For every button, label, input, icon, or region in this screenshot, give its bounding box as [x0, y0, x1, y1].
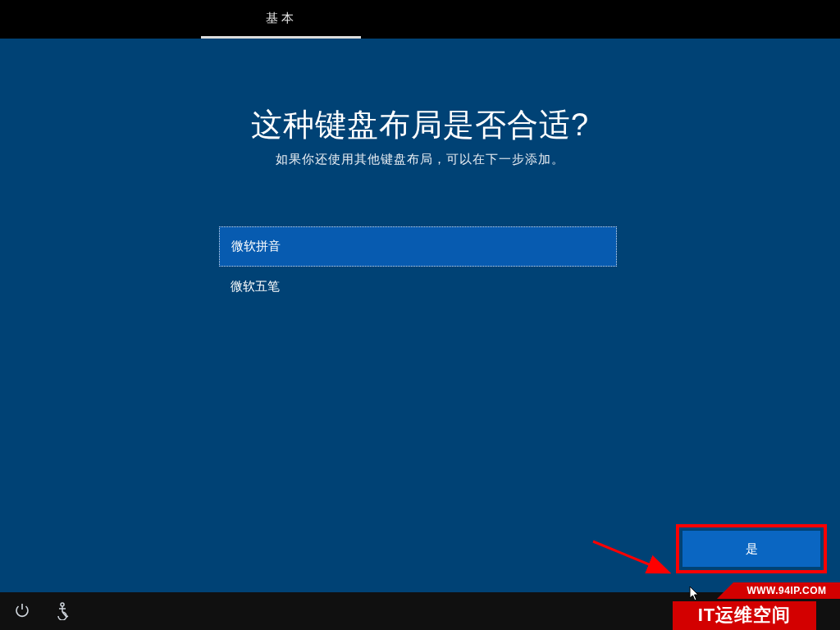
- keyboard-layout-option[interactable]: 微软拼音: [219, 226, 617, 267]
- keyboard-layout-label: 微软五笔: [231, 279, 280, 294]
- tab-basic[interactable]: 基本: [201, 0, 361, 39]
- keyboard-layout-list: 微软拼音 微软五笔: [219, 226, 617, 307]
- svg-line-1: [593, 541, 667, 572]
- yes-button[interactable]: 是: [682, 531, 820, 567]
- yes-button-label: 是: [746, 541, 758, 557]
- keyboard-layout-label: 微软拼音: [231, 239, 281, 254]
- keyboard-layout-option[interactable]: 微软五笔: [219, 267, 617, 307]
- top-bar: 基本: [0, 0, 840, 39]
- accessibility-icon[interactable]: [54, 602, 71, 623]
- page-title: 这种键盘布局是否合适?: [0, 104, 840, 146]
- main-content: 这种键盘布局是否合适? 如果你还使用其他键盘布局，可以在下一步添加。 微软拼音 …: [0, 39, 840, 592]
- annotation-highlight-box: 是: [676, 524, 827, 573]
- annotation-arrow: [589, 535, 687, 584]
- power-icon[interactable]: [14, 602, 30, 622]
- page-subtitle: 如果你还使用其他键盘布局，可以在下一步添加。: [0, 152, 840, 167]
- tab-basic-label: 基本: [266, 11, 297, 26]
- bottom-bar: [0, 592, 840, 630]
- svg-point-2: [61, 603, 64, 606]
